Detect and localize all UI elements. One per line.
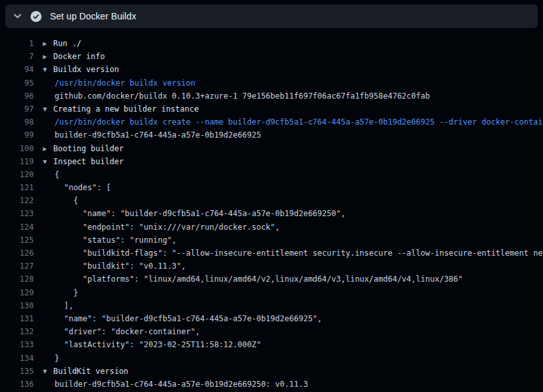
log-viewer: 1▶Run ./7▶Docker info94▼Buildx version95… [0, 28, 543, 392]
line-number[interactable]: 7 [0, 50, 34, 63]
log-output-row: 132 "driver": "docker-container", [0, 325, 543, 338]
log-line-content: { [34, 168, 543, 181]
output-text: github.com/docker/buildx 0.10.3+azure-1 … [55, 92, 430, 101]
check-circle-icon [31, 11, 42, 22]
log-line-content: ▼Buildx version [34, 63, 543, 76]
line-number[interactable]: 96 [0, 90, 34, 103]
log-line-content: ▼Creating a new builder instance [34, 103, 543, 116]
command-text: /usr/bin/docker buildx version [55, 79, 196, 88]
line-number[interactable]: 100 [0, 142, 34, 155]
log-output-row: 133 "lastActivity": "2023-02-25T11:58:12… [0, 338, 543, 351]
line-number[interactable]: 131 [0, 312, 34, 325]
log-output-row: 123 "name": "builder-d9cfb5a1-c764-445a-… [0, 207, 543, 220]
log-output-row: 122 { [0, 194, 543, 207]
log-output-row: 128 "platforms": "linux/amd64,linux/amd6… [0, 273, 543, 286]
line-number[interactable]: 119 [0, 155, 34, 168]
line-number[interactable]: 136 [0, 378, 34, 391]
line-number[interactable]: 126 [0, 247, 34, 260]
log-group-row[interactable]: 135▼BuildKit version [0, 365, 543, 378]
log-line-content: { [34, 194, 543, 207]
group-expanded-arrow-icon: ▼ [43, 365, 53, 378]
line-number[interactable]: 98 [0, 116, 34, 129]
log-output-row: 96github.com/docker/buildx 0.10.3+azure-… [0, 90, 543, 103]
log-line-content: builder-d9cfb5a1-c764-445a-a57e-0b19d2e6… [34, 129, 543, 141]
log-line-content: } [34, 286, 543, 299]
log-output-row: 99builder-d9cfb5a1-c764-445a-a57e-0b19d2… [0, 129, 543, 141]
group-title: Docker info [53, 52, 105, 61]
log-output-row: 131 "name": "builder-d9cfb5a1-c764-445a-… [0, 312, 543, 325]
line-number[interactable]: 122 [0, 194, 34, 207]
line-number[interactable]: 97 [0, 103, 34, 116]
line-number[interactable]: 129 [0, 286, 34, 299]
group-title: Inspect builder [53, 157, 123, 166]
step-header[interactable]: Set up Docker Buildx [5, 5, 538, 28]
log-output-row: 130 ], [0, 299, 543, 312]
log-line-content: ▶Docker info [34, 50, 543, 63]
log-group-row[interactable]: 94▼Buildx version [0, 63, 543, 76]
line-number[interactable]: 134 [0, 352, 34, 365]
log-line-content: "lastActivity": "2023-02-25T11:58:12.000… [34, 338, 543, 351]
line-number[interactable]: 127 [0, 260, 34, 273]
log-line-content: "driver": "docker-container", [34, 325, 543, 338]
log-output-row: 129 } [0, 286, 543, 299]
log-line-content: "buildkitd-flags": "--allow-insecure-ent… [34, 247, 543, 260]
output-text: "buildkit": "v0.11.3", [55, 262, 186, 271]
line-number[interactable]: 1 [0, 37, 34, 50]
log-group-row[interactable]: 100▶Booting builder [0, 142, 543, 155]
output-text: "endpoint": "unix:///var/run/docker.sock… [55, 223, 280, 232]
log-line-content: ▶Run ./ [34, 37, 543, 50]
log-group-row[interactable]: 97▼Creating a new builder instance [0, 103, 543, 116]
line-number[interactable]: 99 [0, 129, 34, 141]
log-output-row: 124 "endpoint": "unix:///var/run/docker.… [0, 221, 543, 234]
step-title: Set up Docker Buildx [50, 11, 136, 21]
line-number[interactable]: 120 [0, 168, 34, 181]
output-text: { [55, 196, 78, 205]
log-output-row: 121 "nodes": [ [0, 181, 543, 194]
log-output-row: 127 "buildkit": "v0.11.3", [0, 260, 543, 273]
output-text: { [55, 170, 59, 179]
log-group-row[interactable]: 7▶Docker info [0, 50, 543, 63]
output-text: ], [55, 301, 73, 310]
log-command-row: 95/usr/bin/docker buildx version [0, 77, 543, 90]
line-number[interactable]: 95 [0, 77, 34, 90]
line-number[interactable]: 132 [0, 325, 34, 338]
line-number[interactable]: 124 [0, 221, 34, 234]
line-number[interactable]: 133 [0, 338, 34, 351]
output-text: "status": "running", [55, 236, 177, 245]
output-text: "name": "builder-d9cfb5a1-c764-445a-a57e… [55, 314, 322, 323]
log-line-content: } [34, 352, 543, 365]
group-collapsed-arrow-icon: ▶ [43, 51, 53, 63]
log-output-row: 134} [0, 352, 543, 365]
log-line-content: "status": "running", [34, 234, 543, 247]
line-number[interactable]: 130 [0, 299, 34, 312]
line-number[interactable]: 135 [0, 365, 34, 378]
line-number[interactable]: 125 [0, 234, 34, 247]
log-group-row[interactable]: 1▶Run ./ [0, 37, 543, 50]
output-text: "name": "builder-d9cfb5a1-c764-445a-a57e… [55, 209, 346, 218]
group-title: Booting builder [53, 144, 123, 153]
line-number[interactable]: 123 [0, 207, 34, 220]
log-command-row: 98/usr/bin/docker buildx create --name b… [0, 116, 543, 129]
line-number[interactable]: 128 [0, 273, 34, 286]
group-title: BuildKit version [53, 367, 129, 376]
group-title: Run ./ [53, 39, 81, 48]
group-expanded-arrow-icon: ▼ [43, 156, 53, 168]
output-text: "driver": "docker-container", [55, 327, 200, 336]
line-number[interactable]: 94 [0, 63, 34, 76]
group-expanded-arrow-icon: ▼ [43, 64, 53, 76]
log-line-content: "name": "builder-d9cfb5a1-c764-445a-a57e… [34, 207, 543, 220]
log-line-content: ▼Inspect builder [34, 155, 543, 168]
group-expanded-arrow-icon: ▼ [43, 103, 53, 116]
log-line-content: /usr/bin/docker buildx version [34, 77, 543, 90]
output-text: builder-d9cfb5a1-c764-445a-a57e-0b19d2e6… [55, 380, 308, 389]
log-line-content: /usr/bin/docker buildx create --name bui… [34, 116, 543, 129]
log-line-content: ▼BuildKit version [34, 365, 543, 378]
line-number[interactable]: 121 [0, 181, 34, 194]
group-title: Buildx version [53, 65, 119, 74]
log-group-row[interactable]: 119▼Inspect builder [0, 155, 543, 168]
log-line-content: "nodes": [ [34, 181, 543, 194]
log-line-content: "endpoint": "unix:///var/run/docker.sock… [34, 221, 543, 234]
output-text: "platforms": "linux/amd64,linux/amd64/v2… [55, 275, 463, 284]
log-output-row: 126 "buildkitd-flags": "--allow-insecure… [0, 247, 543, 260]
chevron-down-icon[interactable] [13, 12, 22, 21]
